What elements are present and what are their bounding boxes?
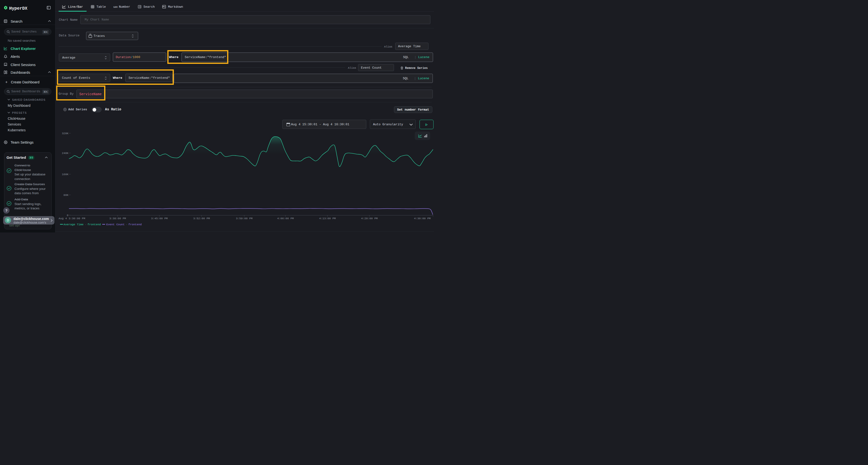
svg-text:0: 0 [67, 214, 68, 217]
svg-text:320K: 320K [62, 132, 68, 135]
svg-text:4:30:00 PM: 4:30:00 PM [414, 217, 431, 220]
svg-text:frontend: frontend [128, 223, 142, 226]
svg-text:240K: 240K [62, 152, 68, 155]
svg-text:·: · [126, 223, 128, 226]
svg-text:frontend: frontend [88, 223, 101, 226]
svg-text:·: · [85, 223, 87, 226]
svg-text:4:13:00 PM: 4:13:00 PM [319, 217, 336, 220]
svg-text:80K: 80K [63, 194, 68, 197]
svg-text:3:52:00 PM: 3:52:00 PM [193, 217, 210, 220]
svg-text:160K: 160K [62, 173, 68, 176]
svg-text:3:45:00 PM: 3:45:00 PM [151, 217, 167, 220]
svg-text:4:06:00 PM: 4:06:00 PM [277, 217, 294, 220]
svg-text:3:59:00 PM: 3:59:00 PM [236, 217, 252, 220]
svg-text:3:38:00 PM: 3:38:00 PM [109, 217, 126, 220]
svg-text:Average Time: Average Time [64, 223, 84, 226]
svg-text:Event Count: Event Count [106, 223, 125, 226]
svg-text:Aug 4 3:30:00 PM: Aug 4 3:30:00 PM [59, 217, 85, 220]
svg-text:4:20:00 PM: 4:20:00 PM [361, 217, 378, 220]
